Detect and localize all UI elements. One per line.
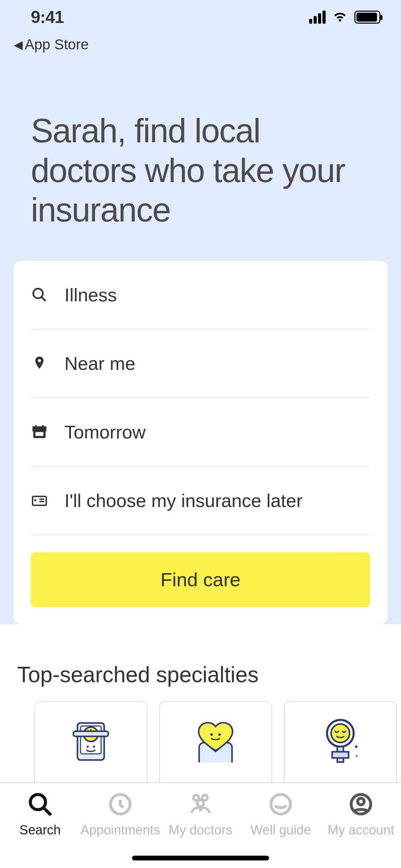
tab-appointments[interactable]: Appointments xyxy=(84,791,156,837)
back-to-app-store-label: App Store xyxy=(25,36,89,53)
svg-rect-3 xyxy=(33,427,46,431)
location-field[interactable]: Near me xyxy=(31,329,370,398)
specialties-heading: Top-searched specialties xyxy=(0,662,401,701)
tab-label: Appointments xyxy=(81,823,160,837)
tab-label: Well guide xyxy=(251,823,311,837)
svg-point-14 xyxy=(87,746,89,748)
tab-my-account[interactable]: My account xyxy=(325,791,397,837)
cellular-signal-icon xyxy=(309,11,326,24)
svg-rect-6 xyxy=(35,431,44,437)
obgyn-icon xyxy=(315,710,366,773)
clock-icon xyxy=(107,791,133,819)
account-circle-icon xyxy=(348,791,374,819)
condition-field[interactable]: Illness xyxy=(31,261,370,329)
svg-point-0 xyxy=(33,289,43,298)
tab-my-doctors[interactable]: My doctors xyxy=(165,791,236,837)
svg-point-30 xyxy=(358,798,364,805)
search-card: Illness Near me Tomorrow I'll choose my … xyxy=(14,261,387,624)
date-value: Tomorrow xyxy=(64,421,146,443)
home-indicator[interactable] xyxy=(132,856,269,860)
doctors-group-icon xyxy=(187,791,214,819)
condition-value: Illness xyxy=(64,284,117,305)
svg-point-27 xyxy=(197,800,204,806)
back-to-app-store[interactable]: ◀ App Store xyxy=(0,36,401,53)
svg-line-23 xyxy=(44,808,51,815)
status-time: 9:41 xyxy=(31,7,64,27)
page-headline: Sarah, find local doctors who take your … xyxy=(0,53,401,261)
insurance-field[interactable]: I'll choose my insurance later xyxy=(31,467,370,535)
tab-search[interactable]: Search xyxy=(4,791,76,837)
insurance-value: I'll choose my insurance later xyxy=(64,490,303,511)
svg-point-28 xyxy=(271,795,291,814)
date-field[interactable]: Tomorrow xyxy=(31,398,370,467)
tab-label: Search xyxy=(20,823,61,837)
location-value: Near me xyxy=(64,353,135,374)
svg-line-1 xyxy=(41,297,46,301)
location-pin-icon xyxy=(31,355,48,372)
calendar-icon xyxy=(31,424,48,440)
battery-icon xyxy=(354,11,380,24)
svg-point-22 xyxy=(31,795,46,810)
tab-well-guide[interactable]: Well guide xyxy=(245,791,317,837)
video-visit-icon xyxy=(65,710,117,773)
search-icon xyxy=(27,791,53,819)
primary-care-icon xyxy=(188,710,243,773)
search-icon xyxy=(31,287,48,303)
tab-label: My doctors xyxy=(169,823,232,837)
svg-rect-21 xyxy=(332,752,349,758)
tab-label: My account xyxy=(328,823,394,837)
find-care-button[interactable]: Find care xyxy=(31,552,370,607)
insurance-card-icon xyxy=(31,492,48,509)
svg-point-15 xyxy=(93,746,95,748)
svg-point-17 xyxy=(218,733,221,736)
tab-bar: Search Appointments My doctors Well guid… xyxy=(0,782,401,868)
back-caret-icon: ◀ xyxy=(14,38,23,51)
svg-point-19 xyxy=(331,724,350,743)
find-care-label: Find care xyxy=(160,568,240,591)
status-bar: 9:41 xyxy=(0,0,401,34)
wifi-icon xyxy=(332,9,348,25)
svg-rect-13 xyxy=(73,731,108,736)
svg-point-16 xyxy=(210,733,213,736)
smile-circle-icon xyxy=(268,791,294,819)
